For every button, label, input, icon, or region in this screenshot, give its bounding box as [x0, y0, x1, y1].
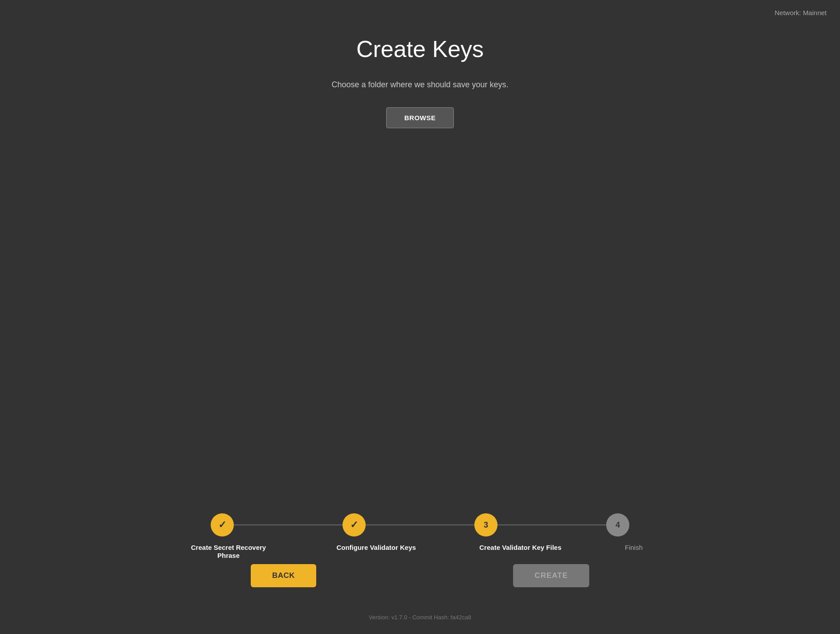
- step-line-1-2: [234, 524, 343, 525]
- network-label: Network: Mainnet: [775, 9, 827, 16]
- step-3-circle: 3: [474, 513, 497, 536]
- step-line-2-3: [366, 524, 474, 525]
- stepper: ✓ ✓ 3 4: [211, 513, 629, 536]
- step-4-circle: 4: [606, 513, 629, 536]
- step-2-label: Configure Validator Keys: [336, 544, 416, 551]
- back-button[interactable]: BACK: [251, 564, 316, 587]
- step-2-circle: ✓: [343, 513, 366, 536]
- step-3-label: Create Validator Key Files: [479, 544, 561, 551]
- step-2-check-icon: ✓: [350, 519, 358, 531]
- version-info: Version: v1.7.0 - Commit Hash: fa42ca8: [369, 614, 471, 621]
- step-1-check-icon: ✓: [218, 519, 226, 531]
- navigation-row: BACK CREATE: [153, 564, 687, 587]
- step-1-circle: ✓: [211, 513, 234, 536]
- browse-button[interactable]: BROWSE: [386, 107, 454, 128]
- step-line-3-4: [497, 524, 606, 525]
- page-title: Create Keys: [356, 36, 484, 62]
- step-4-number: 4: [616, 520, 620, 530]
- step-4-label: Finish: [625, 544, 643, 551]
- step-3-number: 3: [484, 520, 488, 530]
- page-subtitle: Choose a folder where we should save you…: [331, 80, 508, 89]
- create-button[interactable]: CREATE: [513, 564, 589, 587]
- step-1-label: Create Secret Recovery Phrase: [191, 544, 266, 559]
